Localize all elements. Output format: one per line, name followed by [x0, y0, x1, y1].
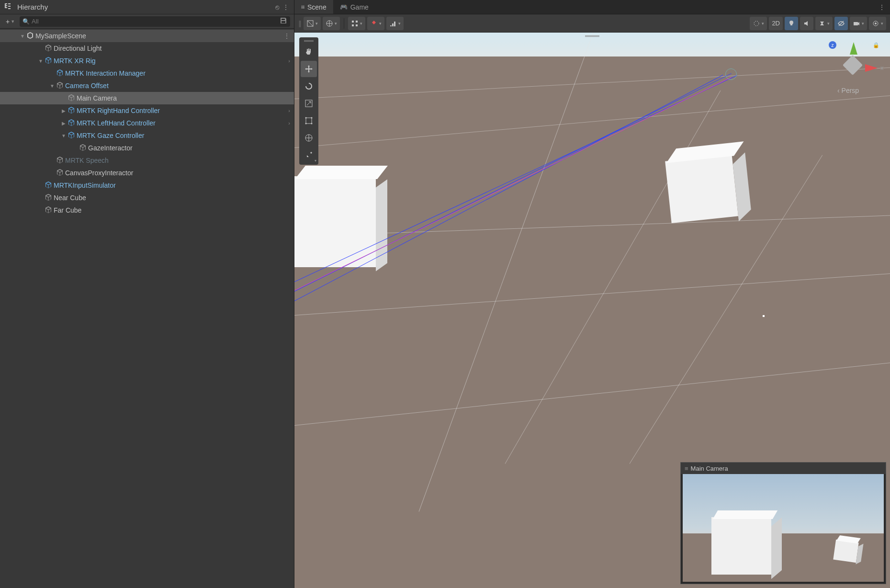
- scene-icon: ⌗: [301, 3, 304, 11]
- fx-button[interactable]: [815, 17, 833, 30]
- hierarchy-item[interactable]: CanvasProxyInteractor: [0, 167, 294, 179]
- hierarchy-item[interactable]: Main Camera: [0, 92, 294, 104]
- draw-mode-button[interactable]: [323, 17, 340, 30]
- search-input[interactable]: [32, 18, 280, 25]
- rotate-tool[interactable]: [301, 78, 317, 94]
- hierarchy-item-label: Far Cube: [54, 206, 290, 214]
- create-button[interactable]: + ▼: [4, 18, 17, 25]
- hierarchy-item-label: GazeInteractor: [88, 144, 290, 152]
- transform-tool[interactable]: [301, 130, 317, 146]
- drag-bars-icon: ≡: [685, 465, 688, 472]
- custom-tools[interactable]: [301, 147, 317, 163]
- fold-icon[interactable]: ▼: [49, 83, 56, 89]
- prefab-icon: [67, 119, 76, 128]
- hierarchy-item[interactable]: GazeInteractor: [0, 142, 294, 154]
- svg-rect-3: [854, 22, 858, 25]
- shading-mode-button[interactable]: [304, 17, 321, 30]
- rect-tool[interactable]: [301, 113, 317, 129]
- hierarchy-item[interactable]: ▼Camera Offset: [0, 79, 294, 92]
- hierarchy-item-label: Directional Light: [54, 45, 290, 52]
- axis-y-icon[interactable]: [850, 42, 857, 55]
- hierarchy-item[interactable]: ▼MRTK XR Rig›: [0, 55, 294, 67]
- scene-menu-icon[interactable]: ⋮: [283, 32, 290, 40]
- camera-preview-header[interactable]: ≡ Main Camera: [681, 463, 886, 474]
- hierarchy-item-label: MRTKInputSimulator: [54, 181, 290, 189]
- fold-icon[interactable]: ▼: [60, 133, 67, 138]
- axis-z-icon[interactable]: z: [829, 41, 836, 49]
- palette-drag-handle[interactable]: [301, 39, 317, 43]
- gameobject-icon: [44, 206, 53, 215]
- scene-row[interactable]: ▼ MySampleScene ⋮: [0, 30, 294, 42]
- lighting-button[interactable]: [785, 17, 798, 30]
- scene-tabs-menu-icon[interactable]: ⋮: [874, 3, 890, 11]
- scene-panel: ⌗ Scene 🎮 Game ⋮ ‖ 2D: [294, 0, 890, 588]
- scale-tool[interactable]: [301, 95, 317, 112]
- camera-preview-body: [683, 474, 884, 582]
- hierarchy-item-label: MRTK LeftHand Controller: [77, 119, 288, 127]
- fold-icon[interactable]: ▶: [60, 121, 67, 126]
- hierarchy-item[interactable]: ▼MRTK Gaze Controller: [0, 129, 294, 142]
- gizmo-lock-icon[interactable]: 🔒: [873, 42, 879, 48]
- hand-tool[interactable]: [301, 44, 317, 60]
- gameobject-icon: [56, 156, 64, 165]
- prefab-icon: [67, 131, 76, 140]
- projection-toggle[interactable]: Persp: [837, 87, 859, 94]
- camera-preview[interactable]: ≡ Main Camera: [680, 462, 886, 584]
- tab-game[interactable]: 🎮 Game: [333, 0, 375, 14]
- axis-x-label: x: [880, 64, 884, 71]
- search-save-icon[interactable]: [280, 17, 287, 26]
- svg-point-10: [305, 123, 307, 124]
- svg-rect-7: [306, 118, 312, 124]
- viewport-drag-handle[interactable]: [585, 35, 599, 37]
- visibility-button[interactable]: [834, 17, 848, 30]
- hierarchy-item[interactable]: ▶MRTK LeftHand Controller›: [0, 117, 294, 129]
- gizmos-button[interactable]: [869, 17, 886, 30]
- preview-far-cube: [833, 540, 858, 563]
- hierarchy-item[interactable]: ▶MRTK RightHand Controller›: [0, 104, 294, 117]
- camera-button[interactable]: [850, 17, 867, 30]
- hierarchy-item[interactable]: Directional Light: [0, 42, 294, 55]
- hierarchy-search[interactable]: 🔍: [20, 16, 290, 27]
- game-icon: 🎮: [340, 3, 348, 11]
- tab-scene[interactable]: ⌗ Scene: [294, 0, 333, 14]
- audio-button[interactable]: [800, 17, 813, 30]
- hierarchy-menu-icon[interactable]: ⋮: [282, 3, 290, 11]
- pivot-dot: [763, 315, 765, 317]
- chevron-right-icon[interactable]: ›: [288, 58, 290, 64]
- snap-settings-button[interactable]: [386, 17, 404, 30]
- orientation-gizmo[interactable]: 🔒 z x Persp: [829, 41, 877, 94]
- preview-near-cube: [711, 517, 771, 575]
- hierarchy-item-label: Main Camera: [77, 94, 290, 102]
- hierarchy-item[interactable]: MRTK Interaction Manager: [0, 67, 294, 79]
- plus-icon: +: [6, 18, 10, 25]
- snap-increment-button[interactable]: [367, 17, 384, 30]
- fold-icon[interactable]: ▼: [19, 34, 26, 39]
- axis-x-icon[interactable]: [865, 64, 878, 72]
- chevron-right-icon[interactable]: ›: [288, 108, 290, 113]
- chevron-down-icon: ▼: [11, 19, 15, 24]
- tab-scene-label: Scene: [307, 3, 327, 11]
- svg-point-2: [754, 21, 759, 26]
- hierarchy-item[interactable]: Near Cube: [0, 192, 294, 204]
- hierarchy-lock-icon[interactable]: ⎋: [273, 3, 282, 11]
- hierarchy-item[interactable]: MRTK Speech: [0, 154, 294, 167]
- hierarchy-item[interactable]: Far Cube: [0, 204, 294, 216]
- hierarchy-item[interactable]: MRTKInputSimulator: [0, 179, 294, 192]
- svg-point-8: [305, 117, 307, 119]
- gaze-target-icon: [725, 68, 737, 80]
- grid-snap-button[interactable]: [348, 17, 365, 30]
- fold-icon[interactable]: ▼: [37, 58, 44, 64]
- search-icon: 🔍: [23, 18, 30, 25]
- fold-icon[interactable]: ▶: [60, 108, 67, 113]
- mode-2d-button[interactable]: 2D: [769, 17, 783, 30]
- hierarchy-item-label: MRTK Speech: [65, 157, 290, 164]
- scene-viewport[interactable]: 🔒 z x Persp ≡ Main Camera: [294, 33, 890, 588]
- camera-preview-title: Main Camera: [691, 465, 728, 472]
- scene-name: MySampleScene: [35, 32, 283, 40]
- debug-draw-button[interactable]: [750, 17, 767, 30]
- move-tool[interactable]: [301, 61, 317, 77]
- chevron-right-icon[interactable]: ›: [288, 120, 290, 126]
- svg-point-11: [311, 123, 313, 124]
- gameobject-icon: [56, 81, 64, 90]
- scene-tabs: ⌗ Scene 🎮 Game ⋮: [294, 0, 890, 14]
